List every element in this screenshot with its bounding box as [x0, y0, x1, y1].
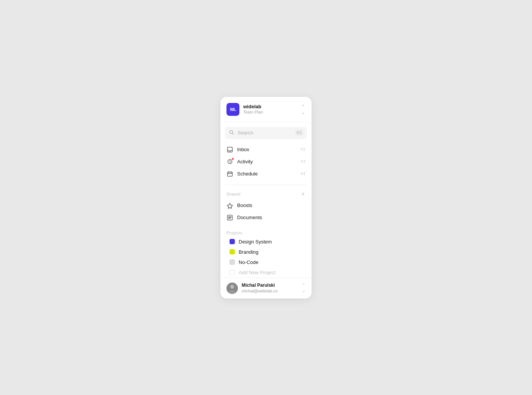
avatar-svg	[226, 283, 238, 294]
search-section: Search ⌘1	[220, 122, 312, 142]
user-email: michal@widelab.co	[242, 288, 278, 294]
workspace-plan: Team Plan	[243, 110, 263, 115]
shared-section-label: Shared	[226, 192, 241, 196]
nav-item-activity[interactable]: Activity ⌘3	[223, 156, 309, 168]
search-icon	[229, 130, 235, 136]
project-label-no-code: No-Code	[239, 259, 258, 265]
project-color-no-code	[230, 259, 235, 265]
inbox-shortcut: ⌘2	[301, 147, 306, 152]
project-color-design-system	[230, 239, 235, 244]
inbox-icon	[226, 146, 233, 153]
project-label-design-system: Design System	[239, 239, 272, 245]
search-bar[interactable]: Search ⌘1	[225, 127, 307, 139]
nav-item-schedule-left: Schedule	[226, 171, 258, 177]
project-item-branding[interactable]: Branding	[223, 247, 309, 257]
shared-section-header: Shared +	[220, 186, 312, 199]
add-project-icon	[230, 270, 235, 275]
workspace-header[interactable]: WL widelab Team Plan ⌃⌄	[220, 97, 312, 122]
svg-line-1	[233, 133, 234, 134]
user-info: Michal Parulski michal@widelab.co	[226, 283, 278, 294]
add-project-item[interactable]: Add New Project	[223, 267, 309, 278]
user-chevron-icon: ⌃⌄	[302, 283, 306, 293]
svg-marker-7	[227, 203, 233, 209]
project-item-design-system[interactable]: Design System	[223, 237, 309, 247]
nav-item-documents-left: Documents	[226, 214, 262, 221]
nav-item-inbox[interactable]: Inbox ⌘2	[223, 144, 309, 156]
workspace-info: WL widelab Team Plan	[226, 103, 263, 116]
workspace-logo-text: WL	[230, 107, 236, 112]
nav-item-schedule[interactable]: Schedule ⌘4	[223, 168, 309, 180]
user-name: Michal Parulski	[242, 283, 278, 289]
documents-icon	[226, 214, 233, 221]
boosts-icon	[226, 202, 233, 209]
sidebar: WL widelab Team Plan ⌃⌄ Search ⌘1	[220, 97, 312, 299]
svg-point-13	[230, 285, 234, 289]
activity-notification-dot	[231, 158, 234, 160]
search-shortcut: ⌘1	[295, 130, 303, 136]
user-text: Michal Parulski michal@widelab.co	[242, 283, 278, 294]
schedule-shortcut: ⌘4	[301, 171, 306, 176]
nav-item-documents[interactable]: Documents	[223, 212, 309, 224]
nav-section: Inbox ⌘2 Activity ⌘3	[220, 142, 312, 183]
activity-label: Activity	[237, 159, 253, 164]
activity-icon	[226, 158, 233, 165]
section-divider	[225, 185, 307, 185]
workspace-chevron-icon: ⌃⌄	[301, 104, 306, 115]
schedule-icon	[226, 171, 233, 177]
nav-item-activity-left: Activity	[226, 158, 253, 165]
user-avatar	[226, 283, 238, 294]
inbox-label: Inbox	[237, 147, 249, 152]
nav-item-boosts-left: Boosts	[226, 202, 252, 209]
project-label-branding: Branding	[239, 249, 258, 255]
user-footer[interactable]: Michal Parulski michal@widelab.co ⌃⌄	[220, 278, 312, 299]
documents-label: Documents	[237, 215, 262, 220]
shared-add-button[interactable]: +	[301, 190, 306, 198]
project-color-branding	[230, 249, 235, 254]
add-project-label: Add New Project	[239, 270, 276, 275]
svg-rect-3	[228, 172, 233, 176]
projects-section-label: Projects	[226, 231, 242, 235]
projects-section-header: Projects	[220, 227, 312, 237]
project-item-no-code[interactable]: No-Code	[223, 257, 309, 267]
workspace-text: widelab Team Plan	[243, 104, 263, 115]
activity-shortcut: ⌘3	[301, 159, 306, 164]
workspace-name: widelab	[243, 104, 263, 110]
nav-item-boosts[interactable]: Boosts	[223, 199, 309, 212]
boosts-label: Boosts	[237, 202, 252, 208]
nav-item-inbox-left: Inbox	[226, 146, 249, 153]
search-placeholder: Search	[238, 130, 293, 136]
workspace-logo: WL	[226, 103, 239, 116]
schedule-label: Schedule	[237, 171, 258, 177]
shared-nav-section: Boosts Documents	[220, 199, 312, 227]
